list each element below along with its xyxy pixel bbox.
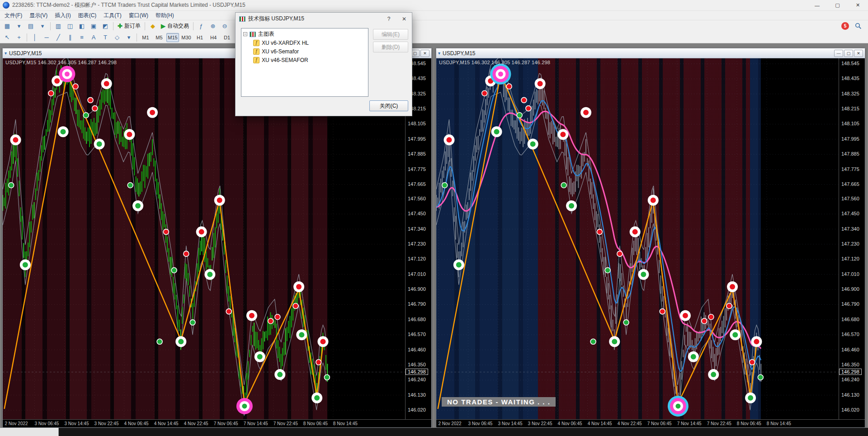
semafor-marker[interactable]: [453, 259, 464, 270]
semafor-marker[interactable]: [660, 309, 665, 314]
menu-item[interactable]: 文件(F): [1, 11, 26, 20]
shapes-dropdown-icon[interactable]: ▾: [123, 33, 134, 43]
semafor-marker[interactable]: [482, 90, 487, 96]
semafor-marker[interactable]: [268, 318, 274, 324]
chart-plot-area[interactable]: USDJPY,M15 146.302 146.305 146.287 146.2…: [436, 58, 839, 419]
shapes-icon[interactable]: ◇: [112, 33, 123, 43]
indicators-icon[interactable]: ƒ: [196, 21, 207, 31]
semafor-marker[interactable]: [171, 268, 177, 273]
semafor-marker[interactable]: [442, 182, 448, 188]
timeframe-M1[interactable]: M1: [139, 33, 152, 42]
semafor-marker[interactable]: [175, 336, 186, 347]
semafor-marker[interactable]: [730, 329, 741, 340]
menu-item[interactable]: 窗口(W): [125, 11, 152, 20]
delete-button[interactable]: 删除(D): [373, 42, 408, 52]
window-close-button[interactable]: ✕: [848, 0, 868, 10]
semafor-marker[interactable]: [566, 200, 577, 211]
semafor-marker[interactable]: [609, 336, 620, 347]
semafor-marker[interactable]: [293, 303, 298, 308]
semafor-marker[interactable]: [688, 351, 699, 362]
fibonacci-icon[interactable]: ≡: [76, 33, 87, 43]
semafor-marker[interactable]: [490, 64, 511, 85]
main-titlebar[interactable]: 2238265: TTCM-demo2 - 模拟帐户 - TTCM Trader…: [0, 0, 868, 11]
vertical-line-icon[interactable]: │: [29, 33, 40, 43]
semafor-marker[interactable]: [638, 269, 649, 280]
zigzag-line[interactable]: [438, 74, 757, 409]
price-axis[interactable]: 148.545148.435148.325148.215148.105147.9…: [839, 58, 865, 419]
new-order-button[interactable]: ✚新订单: [116, 21, 142, 31]
semafor-marker[interactable]: [236, 398, 253, 414]
dialog-help-button[interactable]: ?: [381, 13, 396, 25]
timeframe-H1[interactable]: H1: [193, 33, 206, 42]
semafor-marker[interactable]: [648, 195, 659, 206]
semafor-marker[interactable]: [623, 320, 629, 325]
tree-expander-icon[interactable]: −: [243, 32, 247, 36]
timeframe-H4[interactable]: H4: [207, 33, 220, 42]
semafor-marker[interactable]: [557, 129, 568, 140]
zigzag-line[interactable]: [5, 74, 323, 409]
indicator-list[interactable]: −主图表ƒXU v6-XARDFX HLƒXU v6-SemaforƒXU v4…: [241, 28, 368, 97]
menu-item[interactable]: 帮助(H): [152, 11, 178, 20]
semafor-marker[interactable]: [726, 303, 732, 308]
semafor-marker[interactable]: [668, 396, 689, 417]
text-icon[interactable]: A: [88, 33, 99, 43]
new-chart-icon[interactable]: ▦: [2, 21, 13, 31]
semafor-marker[interactable]: [528, 138, 538, 149]
semafor-marker[interactable]: [163, 229, 169, 235]
chart-close-button[interactable]: ✕: [854, 50, 863, 57]
indicator-tree-root[interactable]: −主图表: [242, 30, 367, 38]
semafor-marker[interactable]: [324, 374, 330, 380]
semafor-marker[interactable]: [124, 129, 135, 140]
chart-minimize-button[interactable]: —: [834, 50, 843, 57]
chart-close-button[interactable]: ✕: [420, 50, 429, 57]
edit-button[interactable]: 编辑(E): [373, 29, 408, 40]
semafor-marker[interactable]: [758, 374, 763, 380]
semafor-marker[interactable]: [58, 126, 69, 137]
semafor-marker[interactable]: [317, 336, 328, 347]
semafor-marker[interactable]: [20, 259, 31, 270]
semafor-marker[interactable]: [293, 281, 304, 292]
timeframe-M15[interactable]: M15: [166, 33, 179, 42]
cursor-icon[interactable]: ↖: [2, 33, 13, 43]
semafor-marker[interactable]: [708, 314, 714, 320]
alert-count-badge[interactable]: 5: [841, 22, 849, 30]
semafor-marker[interactable]: [597, 229, 602, 235]
semafor-marker[interactable]: [745, 393, 756, 403]
semafor-marker[interactable]: [190, 320, 195, 325]
chart-maximize-button[interactable]: ▢: [844, 50, 853, 57]
semafor-marker[interactable]: [561, 182, 566, 188]
semafor-marker[interactable]: [274, 369, 285, 380]
semafor-marker[interactable]: [101, 78, 112, 89]
strategy-tester-icon[interactable]: ◩: [100, 21, 111, 31]
semafor-marker[interactable]: [184, 251, 189, 256]
new-chart-dropdown-icon[interactable]: ▾: [14, 21, 24, 31]
semafor-marker[interactable]: [196, 227, 207, 237]
semafor-marker[interactable]: [708, 369, 719, 380]
autotrading-button[interactable]: ▶自动交易: [159, 21, 191, 31]
semafor-marker[interactable]: [751, 336, 762, 347]
chart-window-titlebar[interactable]: ▾ USDJPY,M15 — ▢ ✕: [436, 48, 865, 58]
semafor-marker[interactable]: [226, 309, 231, 314]
dialog-titlebar[interactable]: 技术指标 USDJPY,M15 ? ✕: [236, 13, 412, 25]
semafor-marker[interactable]: [296, 329, 307, 340]
semafor-marker[interactable]: [617, 251, 623, 256]
semafor-marker[interactable]: [680, 310, 691, 321]
profiles-icon[interactable]: ▤: [25, 21, 36, 31]
semafor-marker[interactable]: [88, 97, 93, 103]
semafor-marker[interactable]: [204, 269, 215, 280]
timeframe-M30[interactable]: M30: [180, 33, 193, 42]
window-maximize-button[interactable]: ▢: [827, 0, 848, 10]
semafor-marker[interactable]: [311, 393, 322, 403]
crosshair-icon[interactable]: +: [14, 33, 24, 43]
semafor-marker[interactable]: [214, 195, 225, 206]
semafor-marker[interactable]: [127, 182, 133, 188]
timeframe-D1[interactable]: D1: [221, 33, 233, 42]
text-label-icon[interactable]: T: [100, 33, 111, 43]
menu-item[interactable]: 显示(V): [26, 11, 51, 20]
time-axis[interactable]: 2 Nov 20223 Nov 06:453 Nov 14:453 Nov 22…: [3, 419, 431, 427]
semafor-marker[interactable]: [48, 90, 54, 96]
horizontal-line-icon[interactable]: ─: [41, 33, 52, 43]
data-window-icon[interactable]: ◫: [65, 21, 75, 31]
zoom-out-icon[interactable]: ⊖: [219, 21, 230, 31]
menu-item[interactable]: 图表(C): [75, 11, 100, 20]
